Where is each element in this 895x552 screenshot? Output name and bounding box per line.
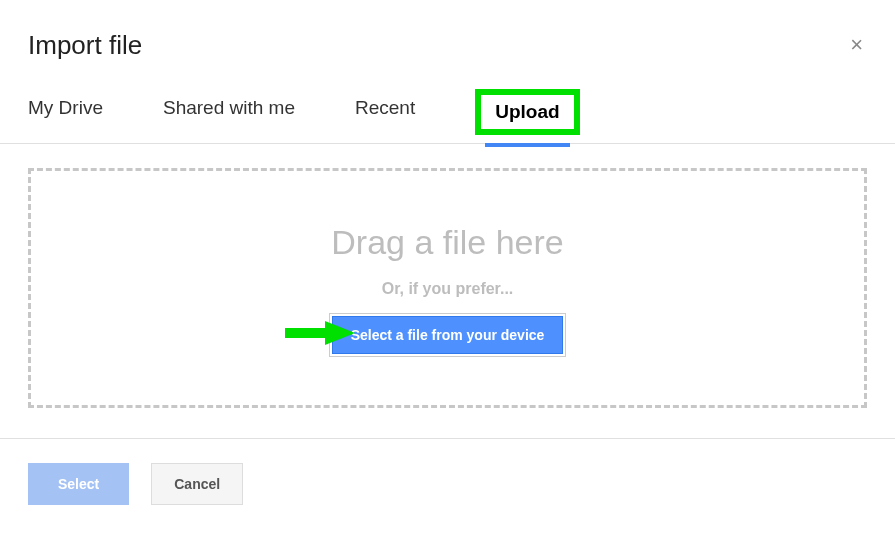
- select-file-button[interactable]: Select a file from your device: [332, 316, 564, 354]
- drag-file-text: Drag a file here: [331, 223, 563, 262]
- tab-recent[interactable]: Recent: [355, 97, 415, 143]
- upload-dropzone[interactable]: Drag a file here Or, if you prefer... Se…: [28, 168, 867, 408]
- tab-upload[interactable]: Upload: [475, 89, 579, 135]
- dialog-header: Import file ×: [0, 0, 895, 61]
- or-text: Or, if you prefer...: [382, 280, 514, 298]
- cancel-button[interactable]: Cancel: [151, 463, 243, 505]
- tab-active-underline: [485, 143, 569, 147]
- svg-marker-0: [285, 321, 355, 345]
- tab-shared-with-me[interactable]: Shared with me: [163, 97, 295, 143]
- tabs-bar: My Drive Shared with me Recent Upload: [0, 61, 895, 144]
- close-icon[interactable]: ×: [846, 30, 867, 60]
- annotation-arrow-icon: [285, 318, 355, 348]
- tab-upload-wrap: Upload: [475, 97, 579, 143]
- tab-my-drive[interactable]: My Drive: [28, 97, 103, 143]
- dialog-title: Import file: [28, 30, 142, 61]
- dialog-footer: Select Cancel: [0, 439, 895, 529]
- select-button[interactable]: Select: [28, 463, 129, 505]
